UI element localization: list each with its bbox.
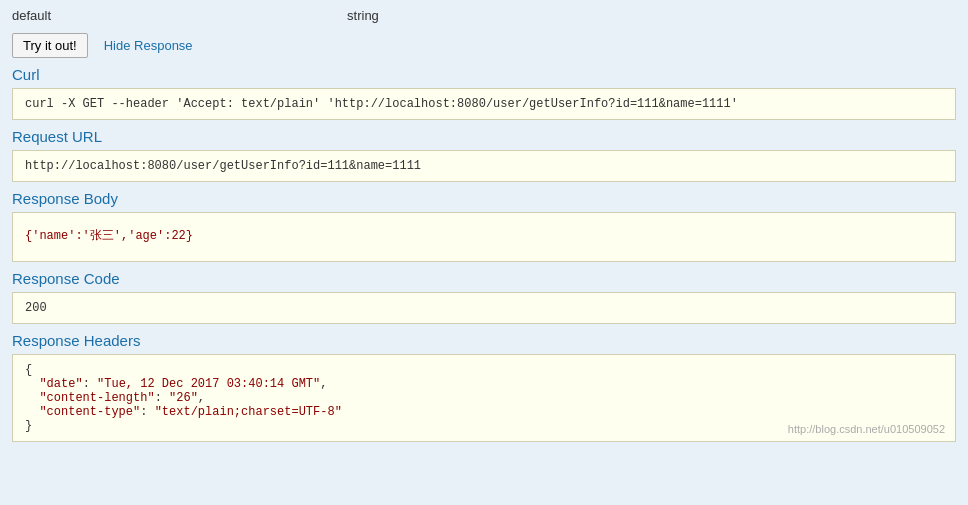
response-headers-label: Response Headers (12, 332, 956, 349)
response-headers-line-1: { (25, 363, 943, 377)
watermark: http://blog.csdn.net/u010509052 (788, 423, 945, 435)
response-headers-line-2: "date": "Tue, 12 Dec 2017 03:40:14 GMT", (25, 377, 943, 391)
default-label: default (12, 8, 51, 23)
response-code-label: Response Code (12, 270, 956, 287)
response-headers-section: Response Headers { "date": "Tue, 12 Dec … (12, 332, 956, 442)
response-headers-value: { "date": "Tue, 12 Dec 2017 03:40:14 GMT… (12, 354, 956, 442)
response-body-text: {'name':'张三','age':22} (25, 229, 193, 243)
string-label: string (347, 8, 379, 23)
try-it-out-button[interactable]: Try it out! (12, 33, 88, 58)
response-headers-line-4: "content-type": "text/plain;charset=UTF-… (25, 405, 943, 419)
curl-value: curl -X GET --header 'Accept: text/plain… (12, 88, 956, 120)
response-code-value: 200 (12, 292, 956, 324)
response-code-section: Response Code 200 (12, 270, 956, 324)
request-url-label: Request URL (12, 128, 956, 145)
response-body-section: Response Body {'name':'张三','age':22} (12, 190, 956, 262)
response-body-label: Response Body (12, 190, 956, 207)
hide-response-link[interactable]: Hide Response (104, 38, 193, 53)
request-url-section: Request URL http://localhost:8080/user/g… (12, 128, 956, 182)
request-url-value: http://localhost:8080/user/getUserInfo?i… (12, 150, 956, 182)
response-headers-line-3: "content-length": "26", (25, 391, 943, 405)
curl-label: Curl (12, 66, 956, 83)
response-body-value: {'name':'张三','age':22} (12, 212, 956, 262)
curl-section: Curl curl -X GET --header 'Accept: text/… (12, 66, 956, 120)
